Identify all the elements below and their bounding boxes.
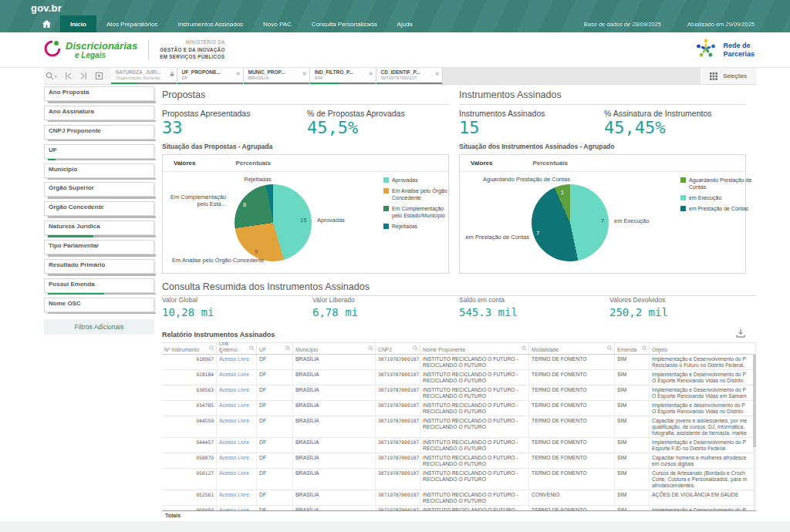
nav-item-consulta-personalizada[interactable]: Consulta Personalizada <box>302 15 387 32</box>
cell-cnpj[interactable]: 30719787000107 <box>376 469 420 490</box>
cell-municipio[interactable]: BRASÍLIA <box>293 416 376 438</box>
cell-instrumento[interactable]: 952561 <box>162 490 217 506</box>
search-icon[interactable] <box>368 345 373 352</box>
search-icon[interactable] <box>249 345 255 352</box>
search-icon[interactable] <box>413 345 418 352</box>
cell-municipio[interactable]: BRASÍLIA <box>293 370 376 386</box>
cell-proponente[interactable]: INSTITUTO RECICLANDO O FUTURO - RECICLAN… <box>420 438 529 453</box>
nav-item-inicio[interactable]: Início <box>60 15 96 32</box>
search-icon[interactable] <box>607 345 613 352</box>
cell-municipio[interactable]: BRASÍLIA <box>293 438 376 453</box>
cell-municipio[interactable]: BRASÍLIA <box>293 386 376 401</box>
cell-emenda[interactable]: SIM <box>615 506 650 510</box>
remove-selection-icon[interactable]: ✕ <box>302 71 307 76</box>
cell-instrumento[interactable]: 944457 <box>162 438 217 453</box>
cell-modalidade[interactable]: TERMO DE FOMENTO <box>529 370 615 386</box>
cell-proponente[interactable]: INSTITUTO RECICLANDO O FUTURO - RECICLAN… <box>420 370 529 386</box>
cell-modalidade[interactable]: TERMO DE FOMENTO <box>529 401 615 416</box>
cell-uf[interactable]: DF <box>257 401 293 416</box>
filter-possui-emenda[interactable]: Possui Emenda <box>44 278 154 293</box>
cell-uf[interactable]: DF <box>257 506 293 510</box>
step-forward-icon[interactable] <box>79 72 88 80</box>
cell-objeto[interactable]: Implementação e Desenvolvimento do P O E… <box>650 386 756 401</box>
selection-chip-cd-identif-p[interactable]: CD_IDENTIF_P...30719787000107✕ <box>376 68 443 84</box>
selection-chip-natureza-juri[interactable]: NATUREZA_JURI...Organização Socieda... <box>111 68 177 84</box>
selection-chip-ind-filtro-p[interactable]: IND_FILTRO_P...SIM✕ <box>310 68 376 84</box>
search-icon[interactable] <box>209 345 214 352</box>
tab-valores[interactable]: Valores <box>471 160 492 167</box>
cell-objeto[interactable]: Implementação e desenvolvimento do P O E… <box>650 401 756 416</box>
selections-button[interactable]: Seleções <box>701 68 756 84</box>
cell-instrumento[interactable]: 934705 <box>162 401 217 416</box>
cell-objeto[interactable]: Implementação e Desenvolvimento do P Rec… <box>650 355 756 370</box>
cell-uf[interactable]: DF <box>257 453 293 469</box>
remove-selection-icon[interactable]: ✕ <box>369 71 373 76</box>
cell-cnpj[interactable]: 30719787000107 <box>376 453 420 469</box>
cell-emenda[interactable]: SIM <box>615 370 650 386</box>
cell-municipio[interactable]: BRASÍLIA <box>293 453 376 469</box>
cell-cnpj[interactable]: 30719787000107 <box>376 370 420 386</box>
cell-modalidade[interactable]: TERMO DE FOMENTO <box>529 469 615 490</box>
col-header-modalidade[interactable]: Modalidade <box>529 342 615 355</box>
nav-item-novo-pac[interactable]: Novo PAC <box>253 15 302 32</box>
col-header-emenda[interactable]: Emenda <box>615 342 650 355</box>
cell-link[interactable]: Acesso Livre <box>217 370 257 386</box>
filter-tipo-parlamentar[interactable]: Tipo Parlamentar <box>44 240 154 254</box>
col-header-objeto[interactable]: Objeto <box>650 342 756 355</box>
search-icon[interactable] <box>522 345 527 352</box>
cell-link[interactable]: Acesso Livre <box>217 506 257 510</box>
cell-objeto[interactable]: Implementação e Desenvolvimento do P O E… <box>650 370 756 386</box>
legend-item-em-prestacao-de-contas[interactable]: em Prestação de Contas <box>680 205 752 212</box>
cell-cnpj[interactable]: 30719787000107 <box>376 438 420 453</box>
cell-link[interactable]: Acesso Livre <box>217 490 257 506</box>
remove-selection-icon[interactable]: ✕ <box>236 71 241 76</box>
cell-link[interactable]: Acesso Livre <box>217 469 257 490</box>
col-header-link-externo[interactable]: Link Externo▲ <box>217 342 257 355</box>
filter-ano-proposta[interactable]: Ano Proposta <box>44 86 154 101</box>
cell-uf[interactable]: DF <box>257 370 293 386</box>
nav-item-atos-preparatorios[interactable]: Atos Preparatórios <box>96 15 167 32</box>
filter-uf[interactable]: UF <box>44 144 154 159</box>
tab-valores[interactable]: Valores <box>174 160 195 167</box>
cell-proponente[interactable]: INSTITUTO RECICLANDO O FUTURO - RECICLAN… <box>420 355 529 370</box>
search-icon[interactable] <box>642 345 647 352</box>
legend-item-aguardando-prestacao-de-contas[interactable]: Aguardando Prestação de Contas <box>680 177 752 190</box>
cell-cnpj[interactable]: 30719787000107 <box>376 416 420 438</box>
cell-link[interactable]: Acesso Livre <box>217 386 257 401</box>
cell-modalidade[interactable]: TERMO DE FOMENTO <box>529 355 615 370</box>
cell-objeto[interactable]: AÇÕES DE VIGILÂNCIA EM SAÚDE <box>650 490 756 506</box>
pie-chart-instrumentos[interactable] <box>532 184 609 261</box>
additional-filters-button[interactable]: Filtros Adicionais <box>44 319 154 335</box>
filter-cnpj-proponente[interactable]: CNPJ Proponente <box>44 125 154 140</box>
scrollbar-thumb[interactable] <box>753 355 756 447</box>
selection-chip-munic-prop[interactable]: MUNIC_PROP...BRASÍLIA✕ <box>244 68 310 84</box>
cell-emenda[interactable]: SIM <box>615 416 650 438</box>
cell-proponente[interactable]: INSTITUTO RECICLANDO O FUTURO - RECICLAN… <box>420 506 529 510</box>
cell-emenda[interactable]: SIM <box>615 401 650 416</box>
cell-emenda[interactable]: SIM <box>615 490 650 506</box>
legend-item-aprovadas[interactable]: Aprovadas <box>383 177 455 184</box>
cell-proponente[interactable]: INSTITUTO RECICLANDO O FUTURO - RECICLAN… <box>420 386 529 401</box>
tab-percentuais[interactable]: Percentuais <box>235 160 270 167</box>
cell-cnpj[interactable]: 30719787000107 <box>376 401 420 416</box>
cell-municipio[interactable]: BRASÍLIA <box>293 506 376 510</box>
col-header-nome-proponente[interactable]: Nome Proponente <box>420 342 529 355</box>
selection-chip-uf-propone[interactable]: UF_PROPONE...DF✕ <box>177 68 244 84</box>
cell-uf[interactable]: DF <box>257 469 293 490</box>
cell-cnpj[interactable]: 30719787000107 <box>376 490 420 506</box>
nav-item-instrumentos-assinados[interactable]: Instrumentos Assinados <box>167 15 253 32</box>
cell-proponente[interactable]: INSTITUTO RECICLANDO O FUTURO - RECICLAN… <box>420 416 529 438</box>
legend-item-rejeitadas[interactable]: Rejeitadas <box>383 223 455 230</box>
cell-uf[interactable]: DF <box>257 386 293 401</box>
cell-instrumento[interactable]: 960403 <box>162 506 217 510</box>
cell-cnpj[interactable]: 30719787000107 <box>376 506 420 510</box>
step-back-icon[interactable] <box>64 72 73 80</box>
cell-municipio[interactable]: BRASÍLIA <box>293 469 376 490</box>
nav-item-ajuda[interactable]: Ajuda <box>387 15 422 32</box>
cell-instrumento[interactable]: 928184 <box>162 370 217 386</box>
cell-objeto[interactable]: Cursos de Artesanato (Bordado e Croch Co… <box>650 469 756 490</box>
cell-instrumento[interactable]: 950079 <box>162 453 217 469</box>
tab-percentuais[interactable]: Percentuais <box>532 160 567 167</box>
cell-objeto[interactable]: Implementação e Desenvolvimento do P <box>650 506 756 510</box>
cell-objeto[interactable]: Capacitar jovens e adolescentes, por me … <box>650 416 756 438</box>
